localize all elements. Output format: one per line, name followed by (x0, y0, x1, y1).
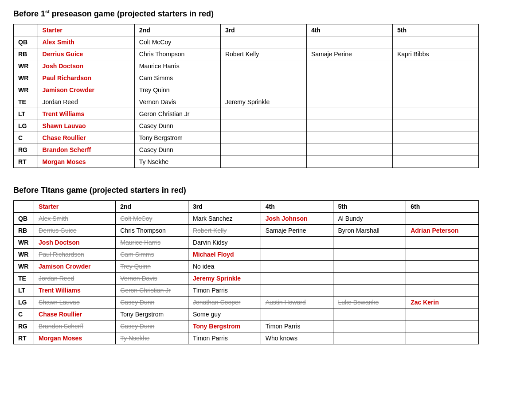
col-header-3rd: 3rd (188, 201, 261, 213)
section1-table: Starter 2nd 3rd 4th 5th QBAlex SmithColt… (13, 24, 479, 168)
section1-title: Before 1st preseason game (projected sta… (13, 9, 519, 19)
table-cell: Jordan Reed (38, 96, 134, 108)
table-cell (333, 249, 406, 261)
position-cell: TE (14, 273, 34, 285)
table-cell (406, 285, 479, 297)
table-cell: Some guy (188, 308, 261, 320)
table-cell (306, 120, 392, 132)
table-row: WRPaul RichardsonCam SimmsMichael Floyd (14, 249, 479, 261)
table-cell (392, 144, 478, 156)
table-cell (406, 273, 479, 285)
table-cell: Casey Dunn (116, 320, 188, 332)
table-cell: Vernon Davis (116, 273, 188, 285)
col-header-4th: 4th (261, 201, 333, 213)
table-row: CChase RoullierTony BergstromSome guy (14, 308, 479, 320)
table-cell: Jonathan Cooper (188, 297, 261, 308)
table-cell (333, 237, 406, 249)
table-cell: Tony Bergstrom (116, 308, 188, 320)
table-row: QBAlex SmithColt McCoy (14, 36, 479, 48)
table-cell: Al Bundy (333, 213, 406, 225)
table-cell: Geron Christian Jr (134, 108, 220, 120)
table-cell (392, 156, 478, 168)
table-cell (261, 308, 333, 320)
position-cell: WR (14, 60, 38, 72)
table-cell: Josh Doctson (34, 237, 116, 249)
table-cell: Maurice Harris (134, 60, 220, 72)
table-row: QBAlex SmithColt McCoyMark SanchezJosh J… (14, 213, 479, 225)
table-cell (333, 332, 406, 344)
table-cell: Alex Smith (38, 36, 134, 48)
table-row: RGBrandon ScherffCasey Dunn (14, 144, 479, 156)
table-cell: Ty Nsekhe (134, 156, 220, 168)
section2: Before Titans game (projected starters i… (13, 186, 519, 344)
table-cell (261, 285, 333, 297)
table-cell (220, 60, 306, 72)
table-row: RTMorgan MosesTy Nsekhe (14, 156, 479, 168)
position-cell: RG (14, 320, 34, 332)
table-cell: Byron Marshall (333, 225, 406, 237)
table-cell: Chase Roullier (38, 132, 134, 144)
table-cell (333, 320, 406, 332)
table-cell: Tony Bergstrom (134, 132, 220, 144)
table-cell (306, 84, 392, 96)
position-cell: LT (14, 285, 34, 297)
table-cell: Alex Smith (34, 213, 116, 225)
table-cell (392, 36, 478, 48)
table-cell (406, 213, 479, 225)
col-header-5th: 5th (392, 24, 478, 36)
table-cell: Geron Christian Jr (116, 285, 188, 297)
table-row: LTTrent WilliamsGeron Christian JrTimon … (14, 285, 479, 297)
table-cell (220, 108, 306, 120)
table-cell (261, 273, 333, 285)
table-cell (392, 132, 478, 144)
table-cell: Samaje Perine (261, 225, 333, 237)
col-header-6th: 6th (406, 201, 479, 213)
table-cell (220, 132, 306, 144)
table-row: TEJordan ReedVernon DavisJeremy Sprinkle (14, 273, 479, 285)
table-row: RBDerrius GuiceChris ThompsonRobert Kell… (14, 225, 479, 237)
table-cell (392, 108, 478, 120)
table-cell (306, 36, 392, 48)
table-cell (306, 96, 392, 108)
position-cell: RB (14, 225, 34, 237)
table-cell: Jordan Reed (34, 273, 116, 285)
section1: Before 1st preseason game (projected sta… (13, 9, 519, 168)
table-cell (220, 120, 306, 132)
table-cell: Tony Bergstrom (188, 320, 261, 332)
table-cell: Jeremy Sprinkle (220, 96, 306, 108)
col-header-3rd: 3rd (220, 24, 306, 36)
table-cell: Mark Sanchez (188, 213, 261, 225)
table-cell (392, 60, 478, 72)
position-cell: LG (14, 120, 38, 132)
col-header-pos (14, 24, 38, 36)
position-cell: RG (14, 144, 38, 156)
table-cell: Colt McCoy (116, 213, 188, 225)
table-cell: Maurice Harris (116, 237, 188, 249)
table-row: LGShawn LauvaoCasey DunnJonathan CooperA… (14, 297, 479, 308)
table-cell: Brandon Scherff (38, 144, 134, 156)
col-header-pos (14, 201, 34, 213)
col-header-2nd: 2nd (134, 24, 220, 36)
table-row: LTTrent WilliamsGeron Christian Jr (14, 108, 479, 120)
position-cell: TE (14, 96, 38, 108)
table-row: CChase RoullierTony Bergstrom (14, 132, 479, 144)
table-cell (392, 120, 478, 132)
table-cell (406, 320, 479, 332)
table-cell: Robert Kelly (188, 225, 261, 237)
table-row: RTMorgan MosesTy NsekheTimon ParrisWho k… (14, 332, 479, 344)
table-cell: Trey Quinn (134, 84, 220, 96)
table-cell: Zac Kerin (406, 297, 479, 308)
table-cell (392, 84, 478, 96)
table-cell (333, 285, 406, 297)
position-cell: WR (14, 249, 34, 261)
table-cell: Paul Richardson (34, 249, 116, 261)
table-cell (406, 332, 479, 344)
section2-table: Starter 2nd 3rd 4th 5th 6th QBAlex Smith… (13, 200, 479, 344)
position-cell: C (14, 132, 38, 144)
table-row: WRJosh DoctsonMaurice Harris (14, 60, 479, 72)
table-row: WRJamison CrowderTrey QuinnNo idea (14, 261, 479, 273)
table-cell: Chris Thompson (116, 225, 188, 237)
table-cell: Ty Nsekhe (116, 332, 188, 344)
table-cell (261, 261, 333, 273)
table-cell (406, 249, 479, 261)
